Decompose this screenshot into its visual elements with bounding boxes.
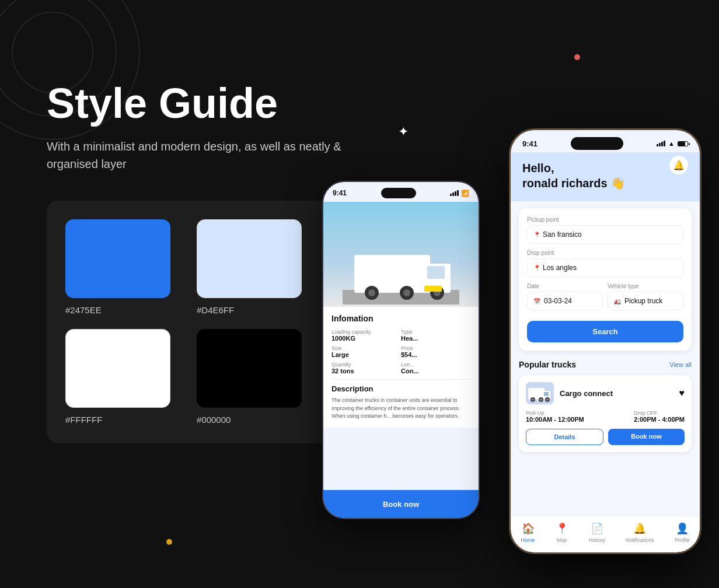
favorite-icon[interactable]: ♥ — [679, 388, 685, 398]
book-now-button-back[interactable]: Book now — [323, 490, 479, 518]
truck-card-header: Cargo connect ♥ — [526, 382, 685, 404]
dropoff-time-value: 2:00PM - 4:00PM — [634, 416, 685, 423]
front-battery-icon — [678, 141, 688, 146]
date-input[interactable]: 📅 03-03-24 — [527, 292, 603, 310]
info-row-2: Size Large Price $54... — [331, 345, 470, 358]
info-val-size: Large — [331, 351, 401, 358]
color-label-2: #D4E6FF — [197, 305, 234, 315]
truck-card: Cargo connect ♥ Pick-Up 10:00AM - 12:00P… — [519, 375, 692, 452]
color-swatch-1 — [65, 219, 170, 298]
pickup-input[interactable]: 📍 San fransico — [527, 225, 683, 244]
dropoff-time-label: Drop OFF — [634, 410, 685, 416]
signal-bar-3 — [455, 191, 456, 196]
nav-label-map: Map — [557, 537, 567, 543]
view-all-link[interactable]: View all — [669, 361, 692, 368]
svg-point-7 — [403, 289, 410, 296]
phone-back-status-bar: 9:41 📶 — [323, 182, 479, 202]
dropoff-time-block: Drop OFF 2:00PM - 4:00PM — [634, 410, 685, 423]
nav-item-history[interactable]: 📄 History — [589, 522, 605, 543]
action-buttons: Details Book now — [526, 429, 685, 445]
svg-rect-1 — [354, 255, 430, 293]
vehicle-truck-icon: 🚛 — [614, 298, 621, 304]
pickup-time-block: Pick-Up 10:00AM - 12:00PM — [526, 410, 584, 423]
svg-point-20 — [546, 398, 549, 401]
info-val-quantity: 32 tons — [331, 368, 401, 374]
decorative-dot-yellow — [166, 539, 172, 545]
color-item-2: #D4E6FF — [197, 219, 314, 315]
nav-label-history: History — [589, 537, 605, 543]
vehicle-input[interactable]: 🚛 Pickup truck — [608, 292, 683, 310]
details-button[interactable]: Details — [526, 429, 603, 445]
nav-item-map[interactable]: 📍 Map — [556, 522, 568, 543]
home-icon: 🏠 — [522, 522, 535, 535]
bell-button[interactable]: 🔔 — [669, 156, 688, 174]
info-key-loading: Loading capacity — [331, 329, 401, 335]
vehicle-label: Vehicle type — [608, 283, 683, 289]
bell-icon: 🔔 — [673, 160, 685, 171]
date-field: Date 📅 03-03-24 — [527, 283, 603, 316]
popular-header: Popular trucks View all — [519, 360, 692, 369]
calendar-icon: 📅 — [533, 298, 540, 304]
front-signal-bar-3 — [661, 142, 663, 146]
front-signal-bars — [657, 141, 665, 146]
drop-label: Drop point — [527, 250, 683, 256]
phone-front-notch — [571, 137, 623, 150]
greeting-user: ronald richards 👋 — [522, 176, 625, 191]
date-vehicle-row: Date 📅 03-03-24 Vehicle type 🚛 Pickup tr… — [527, 283, 683, 316]
pickup-value: San fransico — [543, 230, 582, 239]
info-title: Infomation — [331, 314, 470, 323]
pickup-time-label: Pick-Up — [526, 410, 584, 416]
map-icon: 📍 — [556, 522, 568, 535]
color-label-3: #FFFFFF — [65, 415, 102, 425]
info-val-price: $54... — [401, 351, 470, 358]
phone-back: 9:41 📶 — [322, 181, 480, 519]
page-subtitle: With a minimalist and modern design, as … — [47, 138, 362, 173]
history-icon: 📄 — [591, 522, 603, 535]
wifi-icon: 📶 — [461, 190, 469, 197]
search-button[interactable]: Search — [527, 321, 683, 342]
color-swatch-3 — [65, 329, 170, 408]
phones-area: 9:41 📶 — [322, 128, 719, 583]
svg-point-18 — [540, 398, 542, 401]
signal-bars — [450, 190, 459, 196]
phone-front-inner: 9:41 ▲ — [511, 130, 700, 552]
book-now-button[interactable]: Book now — [608, 429, 685, 445]
color-swatch-4 — [197, 329, 302, 408]
vehicle-value: Pickup truck — [624, 297, 662, 305]
color-swatch-2 — [197, 219, 302, 298]
nav-item-home[interactable]: 🏠 Home — [521, 522, 535, 543]
info-key-price: Price — [401, 345, 470, 351]
front-signal-bar-4 — [664, 141, 665, 146]
svg-rect-10 — [424, 286, 442, 292]
nav-item-notifications[interactable]: 🔔 Notifications — [626, 522, 654, 543]
signal-bar-4 — [457, 190, 459, 196]
phone-front-time: 9:41 — [522, 139, 537, 148]
truck-times: Pick-Up 10:00AM - 12:00PM Drop OFF 2:00P… — [526, 410, 685, 423]
date-value: 03-03-24 — [544, 297, 572, 305]
color-item-3: #FFFFFF — [65, 329, 183, 425]
nav-item-profile[interactable]: 👤 Profile — [675, 522, 690, 543]
truck-thumbnail — [526, 382, 554, 404]
front-signal-bar-1 — [657, 144, 658, 146]
nav-label-notifications: Notifications — [626, 537, 654, 543]
info-col-lorry: Lorr... Con... — [401, 362, 470, 374]
phone-front-status-bar: 9:41 ▲ — [511, 130, 700, 152]
app-header: Hello, ronald richards 👋 🔔 — [511, 152, 700, 201]
page-title: Style Guide — [47, 82, 362, 126]
decorative-dot-red — [574, 54, 580, 60]
info-row-1: Loading capacity 1000KG Type Hea... — [331, 329, 470, 342]
pickup-time-value: 10:00AM - 12:00PM — [526, 416, 584, 423]
color-item-1: #2475EE — [65, 219, 183, 315]
info-key-type: Type — [401, 329, 470, 335]
cargo-info-section: Infomation Loading capacity 1000KG Type … — [323, 307, 479, 428]
drop-input[interactable]: 📍 Los angles — [527, 258, 683, 277]
notifications-icon: 🔔 — [633, 522, 646, 535]
battery-fill — [678, 142, 685, 146]
truck-svg — [343, 235, 459, 307]
phone-back-time: 9:41 — [333, 189, 347, 197]
phone-front: 9:41 ▲ — [509, 128, 701, 554]
signal-bar-2 — [452, 192, 454, 196]
greeting-block: Hello, ronald richards 👋 — [522, 160, 625, 191]
drop-pin-icon: 📍 — [533, 265, 539, 271]
date-label: Date — [527, 283, 603, 289]
